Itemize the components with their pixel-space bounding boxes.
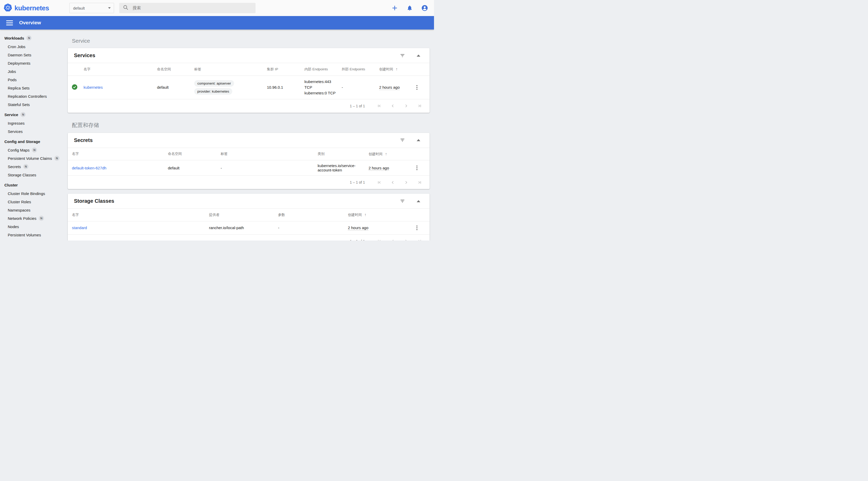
cell-namespace: default	[168, 160, 221, 175]
section-heading-service: Service	[72, 38, 430, 44]
previous-page-icon[interactable]	[390, 103, 396, 109]
sidebar-item-persistent-volumes[interactable]: Persistent Volumes	[0, 231, 65, 239]
secrets-table: 名字 命名空间 标签 类别 创建时间↑ default-token-627dh …	[68, 148, 430, 176]
collapse-card-icon[interactable]	[415, 137, 422, 143]
namespaced-badge: N	[39, 216, 44, 221]
sidebar-item-jobs[interactable]: Jobs	[0, 67, 65, 75]
sidebar-item-services[interactable]: Services	[0, 127, 65, 135]
cell-type: kubernetes.io/service-account-token	[318, 160, 369, 175]
cell-cluster-ip: 10.96.0.1	[267, 75, 304, 99]
first-page-icon[interactable]	[376, 238, 382, 241]
row-actions-menu-icon[interactable]	[415, 84, 418, 91]
sidebar-item-replica-sets[interactable]: Replica Sets	[0, 84, 65, 92]
add-resource-button[interactable]	[391, 4, 398, 12]
col-name[interactable]: 名字	[68, 148, 168, 160]
last-page-icon[interactable]	[417, 180, 422, 185]
card-title: Secrets	[74, 137, 399, 143]
first-page-icon[interactable]	[376, 103, 382, 109]
search-box[interactable]	[119, 3, 255, 13]
service-link[interactable]: kubernetes	[84, 85, 103, 90]
cell-namespace: default	[157, 75, 194, 99]
sidebar-item-pods[interactable]: Pods	[0, 75, 65, 84]
col-created[interactable]: 创建时间↑	[348, 209, 412, 221]
cell-external-endpoints: -	[342, 75, 379, 99]
col-namespace[interactable]: 命名空间	[157, 63, 194, 75]
sidebar-item-stateful-sets[interactable]: Stateful Sets	[0, 100, 65, 108]
label-chip: component: apiserver	[194, 80, 234, 87]
sidebar-item-network-policies[interactable]: Network Policies N	[0, 214, 65, 222]
sidebar-section-config-and-storage[interactable]: Config and Storage	[0, 137, 65, 146]
sidebar-item-namespaces[interactable]: Namespaces	[0, 206, 65, 214]
sidebar-item-persistent-volume-claims[interactable]: Persistent Volume Claims N	[0, 154, 65, 162]
previous-page-icon[interactable]	[390, 238, 396, 241]
col-parameters[interactable]: 参数	[278, 209, 348, 221]
collapse-card-icon[interactable]	[415, 198, 422, 204]
sort-ascending-icon: ↑	[385, 152, 387, 156]
filter-icon[interactable]	[399, 52, 406, 59]
next-page-icon[interactable]	[403, 238, 409, 241]
sidebar-item-cluster-role-bindings[interactable]: Cluster Role Bindings	[0, 189, 65, 198]
next-page-icon[interactable]	[403, 103, 409, 109]
notifications-button[interactable]	[406, 4, 413, 12]
col-internal-endpoints[interactable]: 内部 Endpoints	[304, 63, 342, 75]
cell-created: 2 hours ago	[379, 75, 412, 99]
plus-icon	[391, 5, 398, 11]
account-button[interactable]	[421, 4, 428, 12]
sidebar-item-replication-controllers[interactable]: Replication Controllers	[0, 92, 65, 100]
sidebar-section-workloads[interactable]: Workloads N	[0, 34, 65, 42]
sidebar-item-cluster-roles[interactable]: Cluster Roles	[0, 198, 65, 206]
sidebar-item-daemon-sets[interactable]: Daemon Sets	[0, 51, 65, 59]
card-title: Services	[74, 53, 399, 59]
section-label: Service	[4, 113, 18, 117]
col-type[interactable]: 类别	[318, 148, 369, 160]
col-labels[interactable]: 标签	[194, 63, 267, 75]
sidebar-item-deployments[interactable]: Deployments	[0, 59, 65, 67]
cell-labels: -	[221, 160, 318, 175]
col-provisioner[interactable]: 提供者	[209, 209, 278, 221]
col-created[interactable]: 创建时间↑	[379, 63, 412, 75]
col-cluster-ip[interactable]: 集群 IP	[267, 63, 304, 75]
col-name[interactable]: 名字	[84, 63, 157, 75]
sidebar-item-config-maps[interactable]: Config Maps N	[0, 146, 65, 154]
section-label: Workloads	[4, 36, 24, 40]
menu-hamburger-icon[interactable]	[6, 21, 13, 25]
cell-parameters: -	[278, 221, 348, 234]
last-page-icon[interactable]	[417, 238, 422, 241]
sidebar-section-cluster[interactable]: Cluster	[0, 181, 65, 189]
storage-classes-card: Storage Classes 名字 提供者 参数	[68, 194, 430, 241]
collapse-card-icon[interactable]	[415, 52, 422, 59]
namespace-selector[interactable]: default	[69, 3, 114, 13]
sidebar-item-secrets[interactable]: Secrets N	[0, 162, 65, 171]
sidebar-item-storage-classes[interactable]: Storage Classes	[0, 171, 65, 179]
row-actions-menu-icon[interactable]	[415, 164, 418, 171]
cell-created: 2 hours ago	[348, 221, 412, 234]
row-actions-menu-icon[interactable]	[415, 224, 418, 231]
filter-icon[interactable]	[399, 137, 406, 143]
storage-class-link[interactable]: standard	[72, 225, 87, 230]
services-table: 名字 命名空间 标签 集群 IP 内部 Endpoints 外部 Endpoin…	[68, 63, 430, 99]
filter-icon[interactable]	[399, 198, 406, 204]
namespaced-badge: N	[54, 156, 60, 161]
sidebar-item-nodes[interactable]: Nodes	[0, 222, 65, 231]
sidebar-item-ingresses[interactable]: Ingresses	[0, 119, 65, 127]
cell-internal-endpoints: kubernetes:443 TCP kubernetes:0 TCP	[304, 75, 342, 99]
namespaced-badge: N	[26, 35, 32, 41]
secret-link[interactable]: default-token-627dh	[72, 166, 106, 170]
kubernetes-logo[interactable]: kubernetes	[4, 3, 49, 13]
previous-page-icon[interactable]	[390, 180, 396, 185]
brand-text: kubernetes	[14, 4, 49, 12]
cell-provisioner: rancher.io/local-path	[209, 221, 278, 234]
bell-icon	[407, 5, 413, 11]
sidebar-section-service[interactable]: Service N	[0, 110, 65, 119]
col-name[interactable]: 名字	[68, 209, 209, 221]
col-created[interactable]: 创建时间↑	[369, 148, 412, 160]
storage-classes-table: 名字 提供者 参数 创建时间↑ standard rancher.io/loca…	[68, 209, 430, 234]
col-labels[interactable]: 标签	[221, 148, 318, 160]
sidebar-item-cron-jobs[interactable]: Cron Jobs	[0, 42, 65, 51]
first-page-icon[interactable]	[376, 180, 382, 185]
col-external-endpoints[interactable]: 外部 Endpoints	[342, 63, 379, 75]
next-page-icon[interactable]	[403, 180, 409, 185]
last-page-icon[interactable]	[417, 103, 422, 109]
col-namespace[interactable]: 命名空间	[168, 148, 221, 160]
search-input[interactable]	[133, 6, 241, 10]
